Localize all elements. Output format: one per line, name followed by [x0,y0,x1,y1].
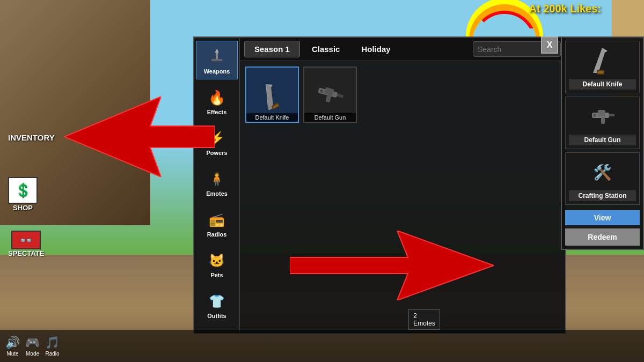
radios-label: Radios [207,231,227,238]
bottom-bar: 🔊 Mute 🎮 Mode 🎵 Radio [0,330,644,362]
right-crafting-name: Crafting Station [569,190,636,201]
item-default-knife[interactable]: Default Knife [245,67,299,123]
right-panel: Default Knife Default Gun 🛠️ Crafting St… [561,36,644,250]
emotes-popup-label: Emotes [413,320,435,327]
emotes-popup-count: 2 [413,312,417,320]
view-button[interactable]: View [565,210,640,225]
gun-label: Default Gun [304,113,356,122]
emotes-label: Emotes [206,190,228,197]
radios-icon: 📻 [203,209,230,231]
search-input[interactable] [478,45,542,54]
knife-image-container [253,79,291,111]
items-grid: Default Knife Default Gun [240,61,565,128]
right-gun-icon [589,100,616,132]
knife-svg [251,74,293,116]
right-item-knife[interactable]: Default Knife [565,41,640,93]
weapons-label: Weapons [204,68,230,75]
svg-point-21 [593,114,596,117]
category-weapons[interactable]: Weapons [196,41,238,79]
effects-icon: 🔥 [203,86,230,109]
category-emotes[interactable]: 🧍 Emotes [196,163,238,202]
item-default-gun[interactable]: Default Gun [303,67,357,123]
emotes-popup: 2 Emotes [408,309,440,330]
right-knife-svg [590,46,614,76]
mode-icon: 🎮 [25,336,40,350]
svg-rect-19 [609,114,614,116]
svg-rect-11 [325,94,331,103]
gun-image-container [311,79,349,111]
pets-icon: 🐱 [203,249,230,272]
close-button[interactable]: X [541,36,558,54]
right-item-gun[interactable]: Default Gun [565,97,640,149]
pets-label: Pets [210,272,223,278]
right-knife-name: Default Knife [569,79,636,90]
category-effects[interactable]: 🔥 Effects [196,82,238,120]
emotes-icon: 🧍 [203,168,230,190]
right-gun-name: Default Gun [569,135,636,145]
inventory-label: INVENTORY [8,133,55,142]
mute-icon: 🔊 [5,336,20,350]
mute-label: Mute [6,351,18,357]
svg-marker-13 [593,48,605,73]
mode-button[interactable]: 🎮 Mode [25,336,40,357]
shop-label: SHOP [13,204,33,212]
tab-classic[interactable]: Classic [302,41,350,57]
category-sidebar: Weapons 🔥 Effects ⚡ Powers 🧍 Emotes 📻 Ra… [194,38,240,333]
category-radios[interactable]: 📻 Radios [196,204,238,242]
shop-icon: 💲 [8,177,38,204]
knife-label: Default Knife [246,113,298,122]
powers-icon: ⚡ [203,127,230,150]
tab-bar: Season 1 Classic Holiday 🔍 [240,38,565,61]
weapons-icon [203,46,230,68]
gun-svg [310,76,350,113]
shop-button[interactable]: 💲 SHOP [8,177,38,212]
mode-label: Mode [26,351,39,357]
powers-label: Powers [206,150,227,156]
svg-rect-1 [211,59,222,61]
svg-rect-20 [601,117,605,124]
inventory-panel: Weapons 🔥 Effects ⚡ Powers 🧍 Emotes 📻 Ra… [193,36,566,334]
tab-season1[interactable]: Season 1 [244,41,300,57]
svg-rect-18 [598,110,605,116]
tab-holiday[interactable]: Holiday [352,41,400,57]
spectate-label: SPECTATE [8,249,44,257]
radio-icon: 🎵 [45,336,60,350]
svg-marker-2 [215,49,219,53]
svg-rect-10 [337,94,344,98]
right-crafting-icon: 🛠️ [593,156,612,188]
top-overlay-text: At 200k Likes: [529,3,601,15]
right-knife-icon [590,45,614,77]
category-powers[interactable]: ⚡ Powers [196,122,238,161]
right-gun-svg [589,103,616,130]
outfits-label: Outfits [207,313,226,319]
spectate-button[interactable]: 👓 SPECTATE [8,231,44,257]
radio-button[interactable]: 🎵 Radio [45,336,60,357]
right-item-crafting[interactable]: 🛠️ Crafting Station [565,152,640,205]
svg-rect-16 [598,71,603,73]
radio-label: Radio [45,351,59,357]
main-content: Season 1 Classic Holiday 🔍 [240,38,565,333]
category-outfits[interactable]: 👕 Outfits [196,285,238,324]
mute-button[interactable]: 🔊 Mute [5,336,20,357]
outfits-icon: 👕 [203,290,230,313]
redeem-button[interactable]: Redeem [565,228,640,246]
category-pets[interactable]: 🐱 Pets [196,245,238,283]
spectate-icon: 👓 [11,231,41,249]
effects-label: Effects [207,109,227,115]
